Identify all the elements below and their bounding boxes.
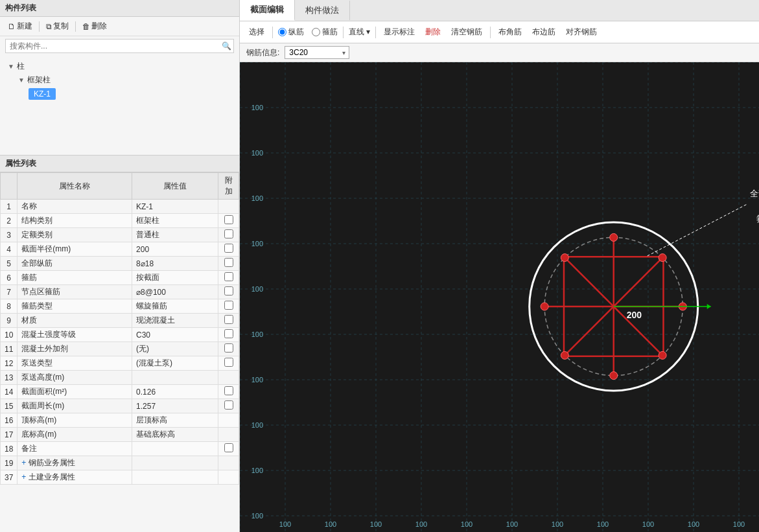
prop-checkbox[interactable] <box>224 258 233 267</box>
expand-icon[interactable]: + <box>21 458 28 467</box>
table-row[interactable]: 15截面周长(m)1.257 <box>1 399 239 413</box>
prop-row-name: + 土建业务属性 <box>18 470 132 485</box>
radio-stirrup[interactable]: 箍筋 <box>312 27 338 38</box>
right-panel: 截面编辑 构件做法 选择 纵筋 箍筋 直线 ▾ 显示标注 删除 清空钢 <box>240 0 759 532</box>
table-row[interactable]: 10混凝土强度等级C30 <box>1 328 239 342</box>
table-row[interactable]: 16顶标高(m)层顶标高 <box>1 413 239 428</box>
expand-icon[interactable]: + <box>21 472 28 481</box>
prop-row-check[interactable] <box>218 271 239 285</box>
prop-row-check[interactable] <box>218 385 239 399</box>
table-row[interactable]: 6箍筋按截面 <box>1 271 239 285</box>
prop-checkbox[interactable] <box>224 286 233 295</box>
prop-row-val <box>132 470 218 485</box>
prop-table-wrap: 属性名称 属性值 附加 1名称KZ-12结构类别框架柱3定额类别普通柱4截面半径… <box>0 172 239 532</box>
toolbar-divider-4 <box>490 27 491 38</box>
show-annotation-button[interactable]: 显示标注 <box>381 25 417 39</box>
search-icon: 🔍 <box>222 41 231 51</box>
tree-row-frame[interactable]: ▼ 框架柱 <box>16 73 234 87</box>
prop-checkbox[interactable] <box>224 272 233 281</box>
prop-checkbox[interactable] <box>224 244 233 253</box>
tree-arrow-child: ▼ <box>18 76 25 84</box>
prop-row-check[interactable] <box>218 285 239 299</box>
table-row[interactable]: 9材质现浇混凝土 <box>1 314 239 328</box>
prop-row-check[interactable] <box>218 356 239 371</box>
table-row[interactable]: 37+ 土建业务属性 <box>1 470 239 485</box>
prop-row-num: 18 <box>1 442 18 456</box>
prop-row-check[interactable] <box>218 242 239 257</box>
table-row[interactable]: 1名称KZ-1 <box>1 200 239 214</box>
prop-row-val: 8⌀18 <box>132 257 218 271</box>
prop-row-check[interactable] <box>218 299 239 314</box>
left-panel: 构件列表 🗋 新建 ⧉ 复制 🗑 删除 🔍 <box>0 0 240 532</box>
line-button[interactable]: 直线 ▾ <box>349 27 370 38</box>
component-tag-kz1[interactable]: KZ-1 <box>29 88 56 100</box>
prop-checkbox[interactable] <box>224 229 233 238</box>
prop-checkbox[interactable] <box>224 400 233 410</box>
search-input[interactable] <box>5 39 234 53</box>
table-row[interactable]: 5全部纵筋8⌀18 <box>1 257 239 271</box>
prop-row-name: 定额类别 <box>18 228 132 242</box>
prop-checkbox[interactable] <box>224 343 233 353</box>
tab-section-edit[interactable]: 截面编辑 <box>240 0 295 21</box>
tree-row-column[interactable]: ▼ 柱 <box>5 60 234 73</box>
tree-grandchild: KZ-1 <box>26 87 234 101</box>
prop-row-name: 节点区箍筋 <box>18 285 132 299</box>
table-row[interactable]: 17底标高(m)基础底标高 <box>1 428 239 442</box>
align-rebar-button[interactable]: 对齐钢筋 <box>563 25 600 39</box>
table-row[interactable]: 12泵送类型(混凝土泵) <box>1 356 239 371</box>
tab-component-method[interactable]: 构件做法 <box>295 1 350 20</box>
tree-row-kz1[interactable]: KZ-1 <box>26 87 234 101</box>
prop-row-check[interactable] <box>218 228 239 242</box>
component-list: 构件列表 🗋 新建 ⧉ 复制 🗑 删除 🔍 <box>0 0 239 156</box>
prop-row-check[interactable] <box>218 214 239 228</box>
copy-button[interactable]: ⧉ 复制 <box>43 19 71 33</box>
table-row[interactable]: 2结构类别框架柱 <box>1 214 239 228</box>
table-row[interactable]: 11混凝土外加剂(无) <box>1 342 239 356</box>
table-row[interactable]: 19+ 钢筋业务属性 <box>1 456 239 470</box>
prop-row-check[interactable] <box>218 342 239 356</box>
prop-row-check[interactable] <box>218 328 239 342</box>
prop-checkbox[interactable] <box>224 301 233 310</box>
prop-row-val: (无) <box>132 342 218 356</box>
prop-checkbox[interactable] <box>224 215 233 224</box>
table-row[interactable]: 18备注 <box>1 442 239 456</box>
table-row[interactable]: 7节点区箍筋⌀8@100 <box>1 285 239 299</box>
table-row[interactable]: 13泵送高度(m) <box>1 371 239 385</box>
table-row[interactable]: 8箍筋类型螺旋箍筋 <box>1 299 239 314</box>
prop-checkbox[interactable] <box>224 358 233 367</box>
prop-row-name: 箍筋 <box>18 271 132 285</box>
table-row[interactable]: 14截面面积(m²)0.126 <box>1 385 239 399</box>
rebar-select[interactable]: 3C20 4C20 8⌀18 <box>285 46 349 59</box>
prop-row-num: 9 <box>1 314 18 328</box>
new-button[interactable]: 🗋 新建 <box>5 19 35 33</box>
table-row[interactable]: 4截面半径(mm)200 <box>1 242 239 257</box>
prop-checkbox[interactable] <box>224 329 233 338</box>
tab-bar: 截面编辑 构件做法 <box>240 0 759 21</box>
section-canvas[interactable] <box>240 62 759 532</box>
prop-row-check[interactable] <box>218 442 239 456</box>
prop-row-num: 5 <box>1 257 18 271</box>
corner-rebar-button[interactable]: 布角筋 <box>496 25 524 39</box>
radio-longitudinal[interactable]: 纵筋 <box>278 27 304 38</box>
component-toolbar: 🗋 新建 ⧉ 复制 🗑 删除 <box>0 17 239 36</box>
tree-label-root: 柱 <box>17 61 25 72</box>
toolbar-divider-1 <box>272 27 273 38</box>
prop-row-name: 箍筋类型 <box>18 299 132 314</box>
prop-checkbox[interactable] <box>224 386 233 395</box>
remove-button[interactable]: 删除 <box>423 25 443 39</box>
clear-rebar-button[interactable]: 清空钢筋 <box>449 25 485 39</box>
select-button[interactable]: 选择 <box>246 25 267 39</box>
delete-button[interactable]: 🗑 删除 <box>80 19 110 33</box>
col-extra: 附加 <box>218 173 239 200</box>
prop-row-check[interactable] <box>218 314 239 328</box>
prop-row-check[interactable] <box>218 399 239 413</box>
edge-rebar-button[interactable]: 布边筋 <box>530 25 558 39</box>
table-row[interactable]: 3定额类别普通柱 <box>1 228 239 242</box>
toolbar-divider-2 <box>343 27 344 38</box>
canvas-area[interactable] <box>240 62 759 532</box>
prop-checkbox[interactable] <box>224 443 233 452</box>
prop-row-check[interactable] <box>218 257 239 271</box>
prop-row-val: 现浇混凝土 <box>132 314 218 328</box>
copy-icon: ⧉ <box>46 22 52 31</box>
prop-checkbox[interactable] <box>224 315 233 324</box>
